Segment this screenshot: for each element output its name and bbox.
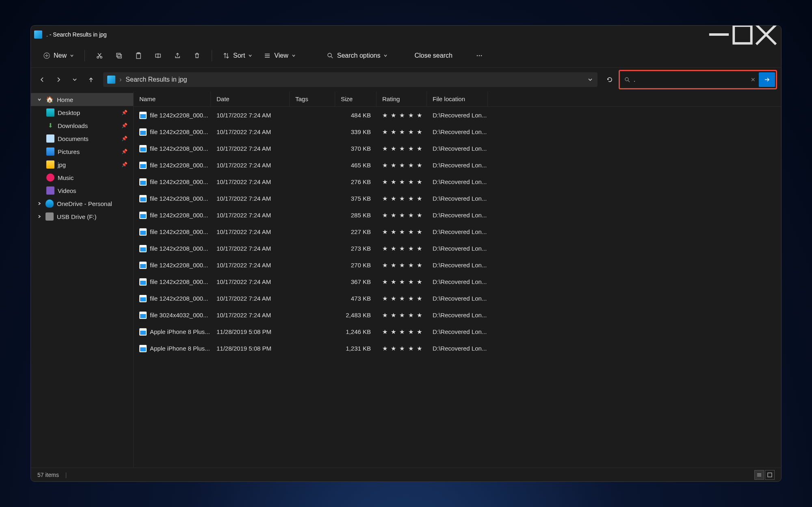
sort-button[interactable]: Sort (219, 50, 256, 62)
file-rating: ★ ★ ★ ★ ★ (377, 212, 427, 219)
table-row[interactable]: file 1242x2208_000...10/17/2022 7:24 AM2… (134, 207, 781, 223)
forward-button[interactable] (51, 72, 66, 87)
view-button[interactable]: View (260, 50, 299, 62)
file-name: file 1242x2208_000... (150, 228, 208, 235)
column-headers: Name Date Tags Size Rating File location (134, 91, 781, 107)
file-size: 227 KB (335, 228, 377, 235)
file-size: 273 KB (335, 245, 377, 252)
file-date: 10/17/2022 7:24 AM (211, 312, 290, 318)
file-date: 10/17/2022 7:24 AM (211, 212, 290, 219)
pictures-icon (46, 147, 54, 156)
file-name: file 1242x2208_000... (150, 245, 208, 252)
breadcrumb[interactable]: Search Results in jpg (126, 76, 187, 83)
file-icon (139, 178, 147, 186)
svg-line-29 (628, 80, 630, 82)
minimize-button[interactable] (707, 26, 731, 43)
sidebar-item-videos[interactable]: Videos (31, 184, 133, 197)
table-row[interactable]: Apple iPhone 8 Plus...11/28/2019 5:08 PM… (134, 323, 781, 340)
table-row[interactable]: file 1242x2208_000...10/17/2022 7:24 AM3… (134, 124, 781, 140)
search-go-button[interactable] (759, 72, 775, 87)
list-view-button[interactable] (754, 470, 764, 480)
navbar: › Search Results in jpg ✕ (31, 68, 781, 91)
file-size: 2,483 KB (335, 312, 377, 318)
sidebar-item-usb[interactable]: USB Drive (F:) (31, 210, 133, 223)
share-button[interactable] (169, 50, 186, 62)
search-options-button[interactable]: Search options (323, 50, 392, 62)
file-date: 10/17/2022 7:24 AM (211, 295, 290, 302)
address-bar[interactable]: › Search Results in jpg (103, 72, 598, 87)
sidebar-item-music[interactable]: Music (31, 171, 133, 184)
sidebar-item-downloads[interactable]: ⬇ Downloads 📌 (31, 119, 133, 132)
back-button[interactable] (35, 72, 50, 87)
search-highlight: ✕ (619, 70, 777, 89)
column-location[interactable]: File location (427, 91, 488, 106)
file-icon (139, 312, 147, 319)
file-size: 339 KB (335, 128, 377, 135)
close-search-button[interactable]: Close search (410, 50, 456, 62)
file-icon (139, 112, 147, 119)
sidebar-item-onedrive[interactable]: OneDrive - Personal (31, 197, 133, 210)
svg-point-24 (477, 55, 478, 56)
sidebar-item-home[interactable]: 🏠 Home (31, 93, 133, 106)
grid-view-button[interactable] (765, 470, 775, 480)
file-rating: ★ ★ ★ ★ ★ (377, 345, 427, 352)
table-row[interactable]: file 1242x2208_000...10/17/2022 7:24 AM3… (134, 140, 781, 157)
sidebar-item-jpg[interactable]: jpg 📌 (31, 158, 133, 171)
svg-point-25 (479, 55, 480, 56)
sidebar-item-documents[interactable]: Documents 📌 (31, 132, 133, 145)
chevron-down-icon[interactable] (587, 76, 593, 83)
file-rating: ★ ★ ★ ★ ★ (377, 195, 427, 202)
clear-search-button[interactable]: ✕ (751, 76, 756, 83)
column-rating[interactable]: Rating (377, 91, 427, 106)
column-name[interactable]: Name (134, 91, 211, 106)
up-button[interactable] (84, 72, 98, 87)
pin-icon: 📌 (121, 123, 128, 128)
sidebar-item-desktop[interactable]: Desktop 📌 (31, 106, 133, 119)
recent-button[interactable] (67, 72, 82, 87)
column-date[interactable]: Date (211, 91, 290, 106)
table-row[interactable]: file 1242x2208_000...10/17/2022 7:24 AM4… (134, 107, 781, 124)
column-tags[interactable]: Tags (290, 91, 335, 106)
copy-button[interactable] (111, 50, 127, 62)
home-icon: 🏠 (45, 95, 54, 104)
sidebar-label: Videos (58, 187, 76, 194)
svg-rect-1 (734, 26, 751, 43)
new-button[interactable]: New (39, 50, 78, 62)
paste-button[interactable] (130, 50, 147, 62)
rename-button[interactable] (150, 50, 166, 62)
file-icon (139, 262, 147, 269)
file-rating: ★ ★ ★ ★ ★ (377, 128, 427, 136)
table-row[interactable]: file 1242x2208_000...10/17/2022 7:24 AM4… (134, 157, 781, 173)
table-row[interactable]: file 3024x4032_000...10/17/2022 7:24 AM2… (134, 307, 781, 323)
refresh-button[interactable] (602, 72, 617, 87)
table-row[interactable]: file 1242x2208_000...10/17/2022 7:24 AM4… (134, 290, 781, 307)
close-button[interactable] (754, 26, 778, 43)
file-icon (139, 212, 147, 219)
file-size: 285 KB (335, 212, 377, 219)
file-location: D:\Recovered Lon... (427, 162, 488, 169)
file-name: file 1242x2208_000... (150, 112, 208, 119)
column-size[interactable]: Size (335, 91, 377, 106)
file-size: 370 KB (335, 145, 377, 152)
file-date: 10/17/2022 7:24 AM (211, 278, 290, 285)
more-button[interactable] (471, 50, 487, 62)
file-size: 276 KB (335, 178, 377, 185)
table-row[interactable]: file 1242x2208_000...10/17/2022 7:24 AM2… (134, 173, 781, 190)
file-name: file 1242x2208_000... (150, 162, 208, 169)
search-box[interactable]: ✕ (621, 72, 759, 87)
table-row[interactable]: file 1242x2208_000...10/17/2022 7:24 AM3… (134, 273, 781, 290)
svg-rect-11 (117, 53, 120, 57)
delete-button[interactable] (189, 50, 205, 62)
table-row[interactable]: file 1242x2208_000...10/17/2022 7:24 AM3… (134, 190, 781, 207)
file-name: file 1242x2208_000... (150, 295, 208, 302)
file-location: D:\Recovered Lon... (427, 128, 488, 135)
table-row[interactable]: file 1242x2208_000...10/17/2022 7:24 AM2… (134, 240, 781, 257)
cut-button[interactable] (91, 50, 108, 62)
table-row[interactable]: file 1242x2208_000...10/17/2022 7:24 AM2… (134, 223, 781, 240)
maximize-button[interactable] (731, 26, 754, 43)
table-row[interactable]: file 1242x2208_000...10/17/2022 7:24 AM2… (134, 257, 781, 273)
sidebar-item-pictures[interactable]: Pictures 📌 (31, 145, 133, 158)
table-row[interactable]: Apple iPhone 8 Plus...11/28/2019 5:08 PM… (134, 340, 781, 357)
search-input[interactable] (634, 76, 747, 83)
file-name: file 1242x2208_000... (150, 178, 208, 185)
